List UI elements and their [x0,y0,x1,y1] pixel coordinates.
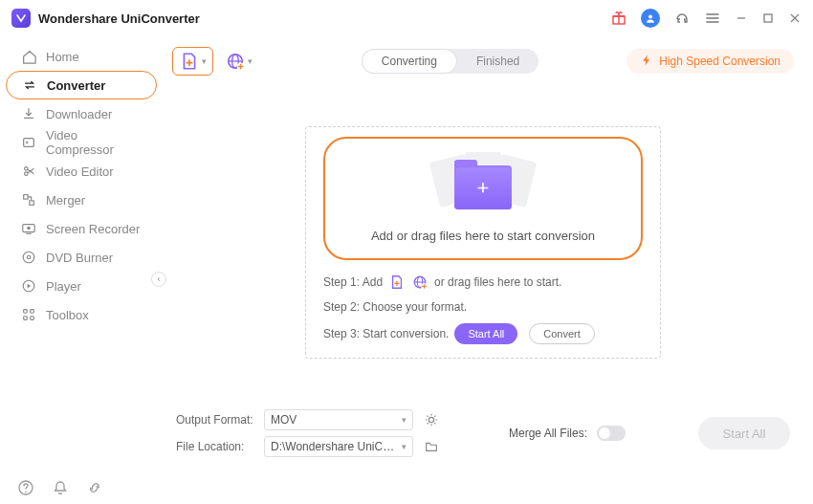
sidebar-item-label: Player [46,279,81,294]
drop-text: Add or drag files here to start conversi… [371,229,595,243]
file-location-label: File Location: [176,440,254,453]
start-all-pill[interactable]: Start All [454,323,517,344]
sidebar-item-downloader[interactable]: Downloader [6,99,157,128]
drop-panel: + Add or drag files here to start conver… [305,126,661,359]
sidebar-item-label: Home [46,50,79,64]
disc-icon [21,250,36,265]
footer-bar: Output Format: MOV▾ File Location: D:\Wo… [172,406,794,460]
play-icon [21,278,36,294]
sidebar-item-compressor[interactable]: Video Compressor [6,128,157,157]
gift-icon[interactable] [610,10,627,27]
high-speed-conversion-button[interactable]: High Speed Conversion [626,49,794,74]
output-format-label: Output Format: [176,413,254,427]
output-format-select[interactable]: MOV▾ [264,409,413,430]
step-1: Step 1: Add or drag files here to start. [323,274,643,291]
converter-icon [22,77,37,93]
step-3: Step 3: Start conversion. Start All Conv… [323,323,643,344]
recorder-icon [21,221,36,236]
sidebar-item-label: Screen Recorder [46,222,140,236]
step-2: Step 2: Choose your format. [323,300,643,314]
format-settings-icon[interactable] [423,411,440,428]
app-logo [11,9,31,28]
tab-finished[interactable]: Finished [457,49,538,74]
hsc-label: High Speed Conversion [659,55,780,68]
status-tabs: Converting Finished [362,49,538,74]
chevron-down-icon: ▾ [248,56,253,66]
tab-converting[interactable]: Converting [362,49,457,74]
file-plus-icon [388,274,406,291]
url-plus-icon [225,51,246,72]
scissors-icon [21,164,36,179]
menu-icon[interactable] [704,10,721,27]
convert-pill[interactable]: Convert [529,323,595,344]
svg-rect-21 [764,14,772,22]
sidebar-item-label: Video Compressor [46,128,142,157]
sidebar-item-converter[interactable]: Converter [6,71,157,99]
sidebar: Home Converter Downloader Video Compress… [0,36,163,471]
app-title: Wondershare UniConverter [38,11,200,26]
sidebar-collapse-button[interactable]: ‹ [151,272,166,287]
url-plus-icon [411,274,428,291]
main-panel: ▾ ▾ Converting Finished High Speed Conve… [163,36,813,471]
sidebar-item-label: Toolbox [46,308,89,322]
bolt-icon [640,54,653,70]
maximize-button[interactable] [761,11,775,25]
sidebar-item-label: Merger [46,193,85,208]
minimize-button[interactable] [735,11,748,25]
file-location-select[interactable]: D:\Wondershare UniConverter 13▾ [264,436,413,457]
titlebar: Wondershare UniConverter [0,0,813,36]
sidebar-item-label: Converter [47,78,105,93]
sidebar-item-player[interactable]: Player [6,272,157,300]
start-all-button[interactable]: Start All [698,417,790,449]
link-icon[interactable] [86,479,103,496]
chevron-down-icon: ▾ [202,56,207,66]
support-icon[interactable] [673,10,691,27]
sidebar-item-label: Downloader [46,107,112,121]
folder-illustration: + [430,152,536,219]
sidebar-item-toolbox[interactable]: Toolbox [6,300,157,329]
sidebar-item-home[interactable]: Home [6,42,157,71]
steps: Step 1: Add or drag files here to start.… [323,274,643,344]
statusbar [0,471,813,504]
plus-icon: + [477,176,490,200]
open-folder-icon[interactable] [423,438,440,455]
help-icon[interactable] [17,479,34,496]
download-icon [21,106,36,121]
file-plus-icon [179,51,200,72]
sidebar-item-editor[interactable]: Video Editor [6,157,157,186]
compressor-icon [21,135,36,150]
add-file-button[interactable]: ▾ [172,47,213,76]
sidebar-item-dvd[interactable]: DVD Burner [6,243,157,272]
close-button[interactable] [788,11,802,25]
toolbar: ▾ ▾ Converting Finished High Speed Conve… [172,44,794,78]
sidebar-item-label: Video Editor [46,164,114,179]
home-icon [21,49,36,64]
account-icon[interactable] [641,9,660,28]
drop-zone[interactable]: + Add or drag files here to start conver… [323,137,643,260]
add-url-button[interactable]: ▾ [225,51,253,72]
notification-icon[interactable] [52,479,69,496]
merger-icon [21,192,36,208]
toolbox-icon [21,307,36,322]
merge-toggle[interactable] [597,426,626,441]
sidebar-item-recorder[interactable]: Screen Recorder [6,214,157,243]
sidebar-item-label: DVD Burner [46,251,113,265]
sidebar-item-merger[interactable]: Merger [6,186,157,214]
merge-label: Merge All Files: [509,427,587,440]
